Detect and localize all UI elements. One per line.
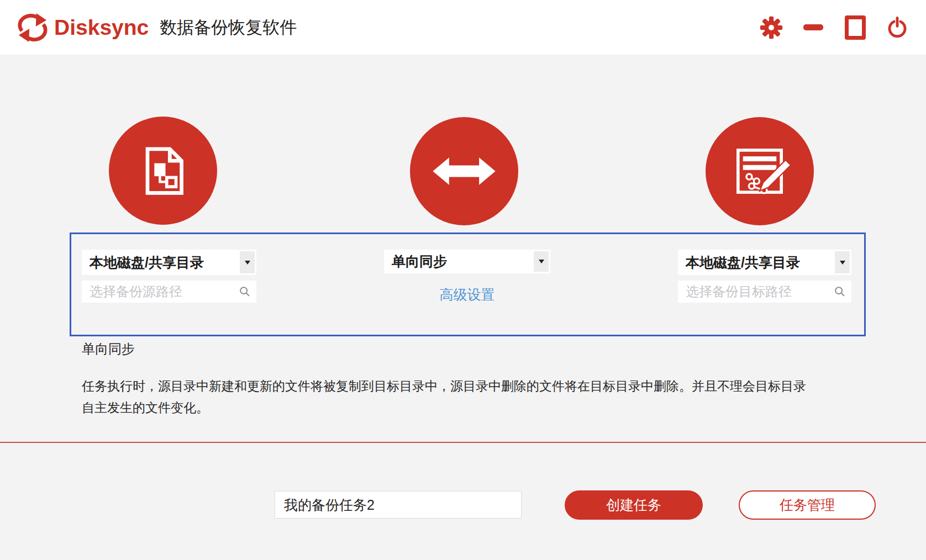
sync-mode-description: 任务执行时，源目录中新建和更新的文件将被复制到目标目录中，源目录中删除的文件将在… — [82, 376, 807, 419]
sync-mode-value: 单向同步 — [392, 252, 447, 271]
maximize-icon — [845, 15, 866, 40]
gear-icon — [759, 15, 783, 40]
minimize-button[interactable] — [801, 15, 825, 40]
target-type-select[interactable]: 本地磁盘/共享目录 — [678, 250, 851, 275]
source-path-input[interactable] — [82, 281, 256, 303]
brand-name: Disksync — [54, 15, 149, 40]
create-task-label: 创建任务 — [606, 496, 661, 514]
window-controls — [759, 15, 909, 40]
power-icon — [886, 16, 909, 39]
two-way-arrow-icon — [432, 151, 497, 191]
chevron-down-icon[interactable] — [534, 251, 549, 272]
document-tree-icon — [132, 140, 194, 202]
minimize-icon — [803, 24, 823, 30]
section-divider — [0, 442, 926, 443]
maximize-button[interactable] — [843, 15, 867, 40]
edit-plan-icon — [729, 140, 791, 202]
source-type-value: 本地磁盘/共享目录 — [90, 253, 204, 272]
target-path-input[interactable] — [678, 281, 851, 303]
manage-tasks-button[interactable]: 任务管理 — [739, 490, 876, 520]
sync-mode-circle-badge — [410, 117, 518, 225]
source-circle-badge — [109, 117, 217, 225]
settings-button[interactable] — [759, 15, 783, 40]
power-button[interactable] — [885, 15, 909, 40]
task-name-input[interactable] — [275, 491, 522, 519]
header: Disksync 数据备份恢复软件 — [0, 0, 926, 55]
source-type-select[interactable]: 本地磁盘/共享目录 — [82, 250, 256, 275]
sync-logo-icon — [17, 12, 49, 44]
target-type-value: 本地磁盘/共享目录 — [686, 253, 800, 272]
sync-mode-select[interactable]: 单向同步 — [384, 250, 550, 273]
advanced-settings-link[interactable]: 高级设置 — [384, 286, 550, 304]
chevron-down-icon[interactable] — [835, 251, 850, 273]
chevron-down-icon[interactable] — [240, 251, 255, 273]
create-task-button[interactable]: 创建任务 — [565, 490, 703, 520]
app-window: Disksync 数据备份恢复软件 — [0, 0, 926, 560]
manage-tasks-label: 任务管理 — [780, 496, 835, 514]
sync-mode-title: 单向同步 — [82, 340, 135, 358]
app-title: 数据备份恢复软件 — [160, 16, 297, 39]
target-circle-badge — [706, 117, 814, 225]
